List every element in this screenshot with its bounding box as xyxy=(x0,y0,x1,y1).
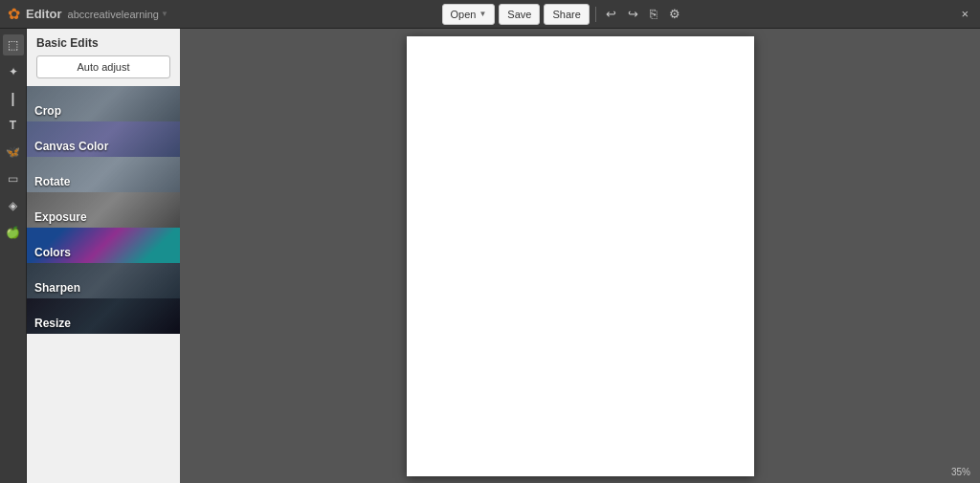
fruit-tool-button[interactable]: 🍏 xyxy=(3,222,24,243)
crop-item[interactable]: Crop xyxy=(27,86,180,121)
app-logo-icon: ✿ xyxy=(8,5,20,23)
colors-item[interactable]: Colors xyxy=(27,228,180,263)
fill-tool-button[interactable]: ◈ xyxy=(3,195,24,216)
app-title: Editor xyxy=(26,7,62,21)
resize-item-label: Resize xyxy=(34,317,71,330)
undo-button[interactable]: ↩ xyxy=(602,5,620,23)
edit-items-list: Crop Canvas Color Rotate Exposure Colors xyxy=(27,86,180,334)
sharpen-item-label: Sharpen xyxy=(34,281,80,295)
auto-adjust-button[interactable]: Auto adjust xyxy=(36,55,170,78)
magic-wand-tool-button[interactable]: ✦ xyxy=(3,61,24,82)
sharpen-item[interactable]: Sharpen xyxy=(27,263,180,298)
rotate-item-label: Rotate xyxy=(34,175,70,188)
save-button[interactable]: Save xyxy=(499,4,540,25)
open-button[interactable]: Open ▼ xyxy=(442,4,496,25)
user-account[interactable]: abccreativelearning ▼ xyxy=(68,9,168,20)
canvas-document xyxy=(407,36,754,476)
left-panel: Basic Edits Auto adjust Crop Canvas Colo… xyxy=(27,29,180,483)
top-bar: ✿ Editor abccreativelearning ▼ Open ▼ Sa… xyxy=(0,0,980,29)
toolbar-center: Open ▼ Save Share ↩ ↪ ⎘ ⚙ xyxy=(442,4,684,25)
open-dropdown-arrow: ▼ xyxy=(479,10,486,18)
user-dropdown-arrow[interactable]: ▼ xyxy=(161,10,168,18)
zoom-indicator: 35% xyxy=(951,467,970,477)
canvas-color-item-label: Canvas Color xyxy=(34,140,108,153)
redo-button[interactable]: ↪ xyxy=(624,5,642,23)
resize-item[interactable]: Resize xyxy=(27,298,180,334)
rect-tool-button[interactable]: ▭ xyxy=(3,168,24,189)
canvas-color-item[interactable]: Canvas Color xyxy=(27,121,180,157)
colors-item-label: Colors xyxy=(34,246,71,259)
close-button[interactable]: × xyxy=(957,5,972,23)
settings-button[interactable]: ⚙ xyxy=(665,5,684,23)
canvas-area: 35% xyxy=(180,29,980,483)
exposure-item[interactable]: Exposure xyxy=(27,192,180,228)
top-bar-left: ✿ Editor abccreativelearning ▼ xyxy=(8,5,168,23)
crop-item-label: Crop xyxy=(34,104,61,118)
share-button[interactable]: Share xyxy=(544,4,589,25)
toolbar-separator xyxy=(595,7,596,22)
panel-title: Basic Edits xyxy=(27,29,180,55)
exposure-item-label: Exposure xyxy=(34,210,87,224)
rotate-item[interactable]: Rotate xyxy=(27,157,180,192)
text-tool-button[interactable]: T xyxy=(3,115,24,136)
brush-tool-button[interactable]: | xyxy=(3,88,24,109)
main-layout: ⬚ ✦ | T 🦋 ▭ ◈ 🍏 Basic Edits Auto adjust … xyxy=(0,29,980,483)
history-button[interactable]: ⎘ xyxy=(646,5,661,23)
crop-tool-button[interactable]: ⬚ xyxy=(3,34,24,55)
butterfly-tool-button[interactable]: 🦋 xyxy=(3,142,24,163)
tool-icons-panel: ⬚ ✦ | T 🦋 ▭ ◈ 🍏 xyxy=(0,29,27,483)
